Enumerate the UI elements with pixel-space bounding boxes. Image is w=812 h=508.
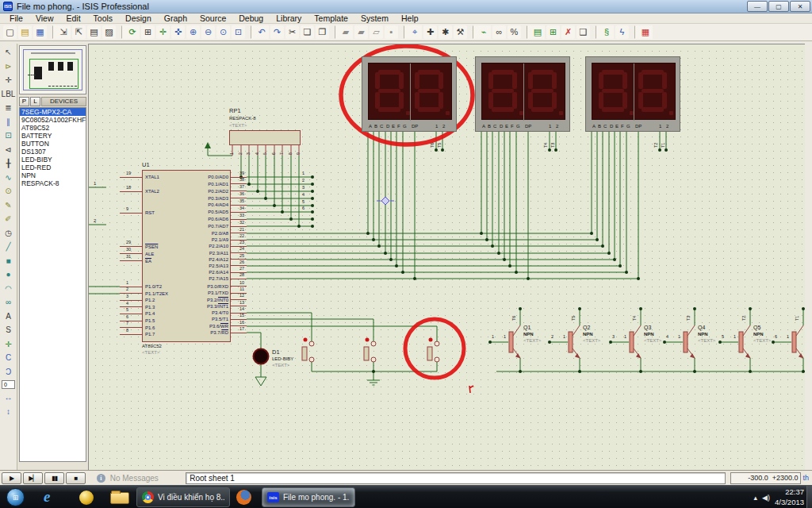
step-simulation-button[interactable]: ▶▏: [23, 472, 43, 484]
device-list-item[interactable]: BUTTON: [20, 140, 86, 148]
graph-mode-tool-icon[interactable]: ∿: [2, 171, 16, 185]
new-design-icon[interactable]: ▢: [3, 25, 17, 39]
device-list-item[interactable]: RESPACK-8: [20, 179, 86, 187]
chip-pin[interactable]: 36 P0.3/AD3: [168, 194, 247, 202]
menu-item[interactable]: Library: [270, 13, 308, 23]
zoom-all-icon[interactable]: ⊙: [216, 25, 230, 39]
chip-pin[interactable]: 24 P2.3/A11: [168, 249, 247, 256]
print-icon[interactable]: ▤: [87, 25, 101, 39]
menu-item[interactable]: Tools: [87, 13, 120, 23]
seven-segment-display-2[interactable]: ABCDEFG DP 1 2: [475, 56, 570, 132]
remove-sheet-icon[interactable]: ✗: [561, 25, 575, 39]
redraw-icon[interactable]: ⟳: [121, 25, 140, 39]
net-label[interactable]: 5: [302, 199, 304, 204]
2d-path-tool-icon[interactable]: ∞: [2, 295, 16, 310]
zoom-area-icon[interactable]: ⊡: [232, 25, 245, 39]
speaker-icon[interactable]: ◀): [762, 494, 770, 502]
zoom-out-icon[interactable]: ⊖: [201, 25, 215, 39]
component-rp1-respack8[interactable]: [229, 130, 301, 145]
junction-dot-tool-icon[interactable]: ✛: [2, 73, 16, 87]
search-and-tag-icon[interactable]: ∞: [492, 25, 506, 39]
net-label[interactable]: T1: [661, 143, 665, 148]
packaging-tool-icon[interactable]: ✱: [439, 25, 452, 39]
component-tool-icon[interactable]: ⊳: [2, 60, 16, 74]
chip-pin[interactable]: 37 P0.2/AD2: [168, 187, 247, 194]
net-label[interactable]: 6: [302, 206, 304, 210]
net-label[interactable]: 2: [302, 178, 304, 183]
rotate-ccw-icon[interactable]: Ɔ: [2, 365, 16, 379]
seven-segment-display-3[interactable]: ABCDEFG DP 1 2: [585, 56, 680, 132]
rotate-cw-icon[interactable]: C: [2, 351, 16, 365]
chip-pin[interactable]: 38 P0.1/AD1: [168, 180, 247, 187]
chip-pin[interactable]: 15 P3.5/T1: [168, 316, 247, 322]
undo-icon[interactable]: ↶: [251, 25, 269, 39]
show-desktop-button[interactable]: [806, 486, 812, 508]
copy-icon[interactable]: ❏: [301, 25, 314, 39]
subcircuit-tool-icon[interactable]: ⊡: [2, 129, 16, 143]
led-symbol[interactable]: [254, 349, 269, 364]
net-label[interactable]: T5: [437, 143, 442, 148]
false-origin-icon[interactable]: ✛: [156, 25, 170, 39]
menu-item[interactable]: Design: [119, 13, 158, 23]
schematic-canvas[interactable]: U1 AT89C52 <TEXT> 19 XTAL1 18 XTAL2 9 RS…: [88, 44, 805, 470]
net-label[interactable]: 3: [302, 185, 304, 190]
current-probe-tool-icon[interactable]: ✐: [2, 212, 16, 226]
sheet-name-field[interactable]: Root sheet 1: [186, 472, 726, 484]
taskbar-clock[interactable]: 22:37 4/3/2013: [775, 487, 804, 507]
cut-icon[interactable]: ✂: [285, 25, 299, 39]
wire-autorouter-icon[interactable]: ⌁: [473, 25, 491, 39]
chip-pin[interactable]: 25 P2.4/A12: [168, 256, 247, 263]
new-sheet-icon[interactable]: ⊞: [546, 25, 560, 39]
property-assignment-icon[interactable]: %: [508, 25, 521, 39]
chip-pin[interactable]: 32 P0.7/AD7: [168, 223, 247, 230]
toggle-grid-icon[interactable]: ⊞: [141, 25, 155, 39]
voltage-probe-tool-icon[interactable]: ✎: [2, 198, 16, 213]
minimize-button[interactable]: —: [747, 1, 768, 12]
2d-marker-tool-icon[interactable]: ✛: [2, 337, 16, 352]
device-list-item[interactable]: NPN: [20, 171, 86, 179]
chip-pin[interactable]: 21 P2.0/A8: [168, 230, 247, 237]
menu-item[interactable]: Help: [395, 13, 425, 23]
close-button[interactable]: ✕: [790, 1, 810, 12]
stop-simulation-button[interactable]: ■: [66, 472, 86, 484]
center-at-cursor-icon[interactable]: ✜: [171, 25, 185, 39]
pause-simulation-button[interactable]: ▮▮: [44, 472, 64, 484]
chip-pin[interactable]: 22 P2.1/A9: [168, 237, 247, 243]
chip-pin[interactable]: 14 P3.4/T0: [168, 310, 247, 316]
taskbar-window-chrome[interactable]: Vi điều khiển họ 8...: [136, 487, 230, 507]
chip-pin[interactable]: 13 P3.3/INT1: [168, 303, 247, 310]
menu-item[interactable]: Edit: [60, 13, 87, 23]
mirror-horizontal-icon[interactable]: ↔: [2, 391, 16, 405]
decompose-icon[interactable]: ⚒: [454, 25, 467, 39]
device-list-item[interactable]: LED-BIBY: [20, 156, 86, 164]
menu-item[interactable]: Graph: [158, 13, 193, 23]
bill-of-materials-icon[interactable]: §: [596, 25, 614, 39]
chip-pin[interactable]: 26 P2.5/A13: [168, 263, 247, 269]
schematic-overview-preview[interactable]: [19, 45, 86, 94]
menu-item[interactable]: View: [29, 13, 60, 23]
pick-device-icon[interactable]: ⌖: [404, 25, 422, 39]
net-label[interactable]: T3: [550, 143, 555, 148]
firefox-icon[interactable]: [236, 490, 251, 505]
chip-pin[interactable]: 28 P2.7/A15: [168, 275, 247, 282]
chip-pin[interactable]: 17 P3.7/RD: [168, 329, 247, 336]
wire-label-tool-icon[interactable]: LBL: [2, 87, 16, 102]
text-script-tool-icon[interactable]: ≣: [2, 101, 16, 115]
device-list-item[interactable]: DS1307: [20, 148, 86, 156]
restore-button[interactable]: ▢: [768, 1, 789, 12]
net-label[interactable]: 1: [302, 171, 304, 175]
chip-pin[interactable]: 35 P0.4/AD4: [168, 202, 247, 209]
chip-pin[interactable]: 11 P3.1/TXD: [168, 290, 247, 296]
run-simulation-button[interactable]: ▶: [2, 472, 21, 484]
mark-output-area-icon[interactable]: ▨: [102, 25, 116, 39]
2d-symbol-tool-icon[interactable]: S: [2, 323, 16, 337]
menu-item[interactable]: File: [3, 13, 29, 23]
chip-pin[interactable]: 33 P0.6/AD6: [168, 216, 247, 223]
chip-pin[interactable]: 12 P3.2/INT0: [168, 296, 247, 302]
device-pins-tool-icon[interactable]: ╂: [2, 156, 16, 171]
save-design-icon[interactable]: ▦: [33, 25, 47, 39]
export-section-icon[interactable]: ⇱: [72, 25, 86, 39]
library-button[interactable]: L: [30, 97, 40, 106]
generator-tool-icon[interactable]: ⊙: [2, 184, 16, 198]
electrical-rules-check-icon[interactable]: ϟ: [615, 25, 629, 39]
